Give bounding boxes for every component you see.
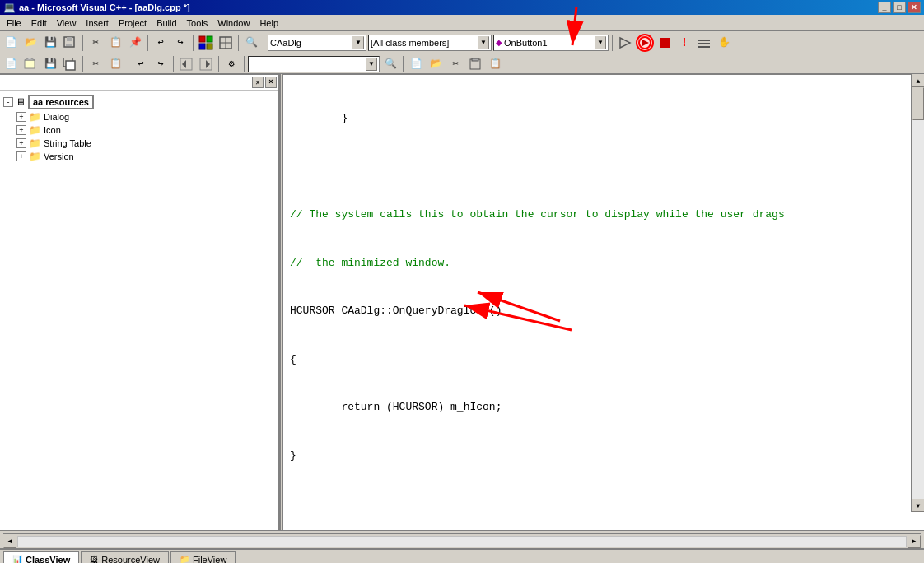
minimize-button[interactable]: _	[878, 2, 891, 13]
panel-close-button[interactable]: ✕	[252, 77, 264, 88]
vertical-scrollbar[interactable]: ▲ ▼	[911, 74, 924, 512]
function-combo-arrow[interactable]: ▼	[595, 36, 606, 49]
svg-rect-17	[25, 60, 35, 68]
copy-btn3[interactable]: 📋	[486, 55, 504, 73]
panel-minimize-button[interactable]: ×	[265, 77, 277, 88]
menu-view[interactable]: View	[52, 15, 82, 30]
compile-button[interactable]	[616, 34, 634, 52]
members-combo-arrow[interactable]: ▼	[478, 36, 489, 49]
scroll-track[interactable]	[912, 87, 924, 499]
search-button[interactable]: 🔍	[242, 34, 260, 52]
class-combo[interactable]: CAaDlg ▼	[268, 35, 366, 51]
save-file-button[interactable]: 💾	[41, 55, 59, 73]
save-all-button[interactable]	[61, 34, 79, 52]
resource-button[interactable]	[197, 34, 215, 52]
redo-btn2[interactable]: ↪	[152, 55, 170, 73]
tree-item-stringtable[interactable]: + 📁 String Table	[16, 137, 275, 150]
root-expand[interactable]: -	[3, 97, 13, 107]
menu-edit[interactable]: Edit	[26, 15, 52, 30]
h-scroll-track[interactable]	[17, 536, 907, 547]
tab-resourceview[interactable]: 🖼 ResourceView	[81, 551, 169, 563]
resource-paste-button[interactable]	[466, 55, 484, 73]
menu-help[interactable]: Help	[254, 15, 283, 30]
open-button[interactable]: 📂	[21, 34, 40, 52]
title-bar-controls: _ □ ✕	[878, 2, 921, 13]
scroll-down-button[interactable]: ▼	[912, 499, 924, 512]
code-editor[interactable]: } // The system calls this to obtain the…	[283, 74, 924, 530]
tree-item-dialog[interactable]: + 📁 Dialog	[16, 110, 275, 123]
scroll-thumb[interactable]	[912, 87, 924, 120]
scroll-up-button[interactable]: ▲	[912, 74, 924, 87]
open-file-button[interactable]	[21, 55, 40, 73]
new-doc-button[interactable]: 📄	[2, 55, 20, 73]
undo-btn2[interactable]: ↩	[132, 55, 150, 73]
new-btn3[interactable]: 📄	[407, 55, 425, 73]
save-all-btn2[interactable]	[61, 55, 79, 73]
function-combo[interactable]: ◆ OnButton1 ▼	[493, 35, 609, 51]
menu-window[interactable]: Window	[212, 15, 254, 30]
copy-button[interactable]: 📋	[106, 34, 124, 52]
resource2-button[interactable]	[217, 34, 235, 52]
menu-file[interactable]: File	[2, 15, 26, 30]
tree-root-row[interactable]: - 🖥 aa resources	[3, 94, 275, 110]
tree-label-version: Version	[44, 151, 74, 161]
cut-btn2[interactable]: ✂	[86, 55, 105, 73]
menu-bar: File Edit View Insert Project Build Tool…	[0, 15, 924, 31]
tree-item-version[interactable]: + 📁 Version	[16, 150, 275, 163]
new-file-button[interactable]: 📄	[2, 34, 20, 52]
save-button[interactable]: 💾	[41, 34, 59, 52]
redo-button[interactable]: ↪	[171, 34, 189, 52]
tab-classview[interactable]: 📊 ClassView	[3, 551, 79, 563]
svg-rect-15	[698, 43, 710, 44]
maximize-button[interactable]: □	[893, 2, 906, 13]
copy-btn2[interactable]: 📋	[106, 55, 124, 73]
menu-build[interactable]: Build	[152, 15, 181, 30]
menu-insert[interactable]: Insert	[81, 15, 114, 30]
next-button[interactable]	[197, 55, 215, 73]
dialog-expand[interactable]: +	[16, 112, 26, 122]
open-btn3[interactable]: 📂	[427, 55, 445, 73]
close-button[interactable]: ✕	[908, 2, 921, 13]
debug-button[interactable]	[695, 34, 713, 52]
scroll-right-button[interactable]: ►	[908, 535, 921, 548]
hand-button[interactable]: ✋	[715, 34, 733, 52]
cut-button[interactable]: ✂	[86, 34, 105, 52]
scroll-left-button[interactable]: ◄	[3, 535, 16, 548]
tree-item-icon[interactable]: + 📁 Icon	[16, 123, 275, 137]
cut-btn3[interactable]: ✂	[446, 55, 464, 73]
code-line-brace1: {	[290, 351, 917, 368]
code-line-1: }	[290, 110, 917, 127]
paste-button[interactable]: 📌	[126, 34, 144, 52]
run-button[interactable]	[636, 34, 654, 52]
class-combo-arrow[interactable]: ▼	[352, 36, 364, 49]
search-go-button[interactable]: 🔍	[381, 55, 399, 73]
code-line-return: return (HCURSOR) m_hIcon;	[290, 399, 917, 416]
left-panel: ✕ × - 🖥 aa resources + 📁 Dialog +	[0, 74, 280, 530]
bottom-area: ◄ ► 📊 ClassView 🖼 ResourceView 📁 FileVie…	[0, 530, 924, 563]
stop-button[interactable]	[656, 34, 674, 52]
search-combo[interactable]: ▼	[248, 56, 380, 72]
svg-rect-2	[66, 44, 72, 46]
toolbar-standard: 📄 📂 💾 ✂ 📋 📌 ↩ ↪ 🔍 CAaDlg ▼ [All class me…	[0, 31, 924, 54]
tab-fileview[interactable]: 📁 FileView	[170, 551, 236, 563]
prev-button[interactable]	[177, 55, 195, 73]
svg-rect-3	[199, 36, 205, 42]
computer-icon: 🖥	[16, 96, 26, 108]
separator-9	[173, 56, 174, 72]
toolbar-edit: 📄 💾 ✂ 📋 ↩ ↪ ⚙ ▼ 🔍 📄 📂 ✂ 📋	[0, 54, 924, 74]
exclamation-button[interactable]: !	[675, 34, 693, 52]
stringtable-expand[interactable]: +	[16, 138, 26, 148]
menu-tools[interactable]: Tools	[182, 15, 213, 30]
undo-button[interactable]: ↩	[152, 34, 170, 52]
tree-label-dialog: Dialog	[44, 112, 69, 122]
version-expand[interactable]: +	[16, 151, 26, 161]
resourceview-icon: 🖼	[90, 555, 98, 563]
search-combo-arrow[interactable]: ▼	[366, 58, 377, 71]
icon-expand[interactable]: +	[16, 125, 26, 135]
menu-project[interactable]: Project	[114, 15, 152, 30]
members-combo[interactable]: [All class members] ▼	[368, 35, 492, 51]
properties-button[interactable]: ⚙	[222, 55, 240, 73]
separator-1	[82, 35, 83, 51]
code-content[interactable]: } // The system calls this to obtain the…	[283, 75, 924, 530]
separator-4	[238, 35, 239, 51]
